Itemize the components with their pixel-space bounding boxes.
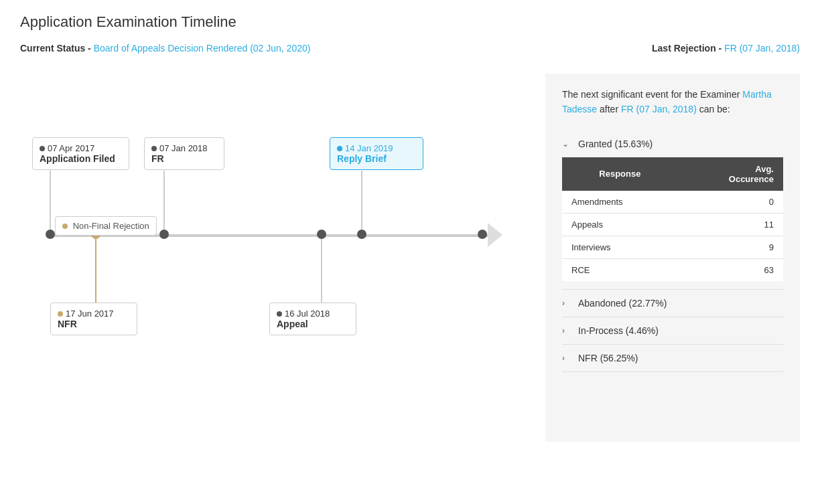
timeline-section: 07 Apr 2017 Application Filed 07 Jan 201… bbox=[20, 74, 545, 442]
accordion-in-process-header[interactable]: › In-Process (4.46%) bbox=[562, 325, 783, 336]
nfr-date: 17 Jun 2017 bbox=[58, 309, 130, 319]
node-fr bbox=[159, 230, 169, 239]
main-content: 07 Apr 2017 Application Filed 07 Jan 201… bbox=[20, 74, 800, 442]
nfr-name: NFR bbox=[58, 319, 130, 329]
accordion-in-process: › In-Process (4.46%) bbox=[562, 317, 783, 345]
row-rce-value: 63 bbox=[678, 258, 783, 281]
event-box-reply-brief: 14 Jan 2019 Reply Brief bbox=[330, 137, 423, 170]
accordion-nfr-label: NFR (56.25%) bbox=[578, 353, 638, 363]
table-row-interviews: Interviews 9 bbox=[562, 236, 783, 258]
col-header-avg: Avg.Occurence bbox=[678, 157, 783, 191]
reply-brief-date: 14 Jan 2019 bbox=[337, 143, 416, 153]
next-event-description: The next significant event for the Exami… bbox=[562, 87, 783, 117]
dot-tooltip-nfr bbox=[62, 224, 68, 229]
next-event-text-3: can be: bbox=[699, 104, 730, 114]
table-row-rce: RCE 63 bbox=[562, 258, 783, 281]
col-header-response: Response bbox=[562, 157, 678, 191]
node-last bbox=[478, 230, 487, 239]
event-box-app-filed: 07 Apr 2017 Application Filed bbox=[32, 137, 129, 170]
page-container: Application Examination Timeline Current… bbox=[0, 0, 820, 455]
event-box-nfr-bottom: 17 Jun 2017 NFR bbox=[50, 303, 137, 335]
fr-ref: FR (07 Jan, 2018) bbox=[621, 104, 697, 114]
accordion-abandoned-header[interactable]: › Abandoned (22.77%) bbox=[562, 298, 783, 309]
tooltip-nfr-text: Non-Final Rejection bbox=[73, 221, 149, 231]
accordion-nfr-outcome: › NFR (56.25%) bbox=[562, 345, 783, 372]
page-title: Application Examination Timeline bbox=[20, 13, 800, 31]
table-row-amendments: Amendments 0 bbox=[562, 191, 783, 214]
row-appeals-label: Appeals bbox=[562, 213, 678, 236]
table-row-appeals: Appeals 11 bbox=[562, 213, 783, 236]
accordion-granted-label: Granted (15.63%) bbox=[578, 139, 653, 149]
current-status-label: Current Status - bbox=[20, 43, 91, 54]
node-appeal bbox=[317, 230, 326, 239]
last-rejection: Last Rejection - FR (07 Jan, 2018) bbox=[652, 43, 800, 54]
accordion-granted: ⌄ Granted (15.63%) Response Avg.Occurenc… bbox=[562, 131, 783, 290]
vline-reply-brief bbox=[361, 171, 362, 234]
appeal-date: 16 Jul 2018 bbox=[277, 309, 349, 319]
status-row: Current Status - Board of Appeals Decisi… bbox=[20, 43, 800, 54]
vline-fr bbox=[163, 171, 165, 234]
next-event-text-2: after bbox=[600, 104, 621, 114]
row-appeals-value: 11 bbox=[678, 213, 783, 236]
row-amendments-value: 0 bbox=[678, 191, 783, 214]
dot-appeal bbox=[277, 311, 282, 317]
accordion-granted-header[interactable]: ⌄ Granted (15.63%) bbox=[562, 139, 783, 149]
current-status: Current Status - Board of Appeals Decisi… bbox=[20, 43, 310, 54]
dot-nfr-bottom bbox=[58, 311, 63, 317]
right-panel: The next significant event for the Exami… bbox=[545, 74, 800, 442]
dot-reply-brief bbox=[337, 146, 342, 151]
reply-brief-name: Reply Brief bbox=[337, 153, 416, 164]
current-status-value: Board of Appeals Decision Rendered (02 J… bbox=[94, 43, 311, 54]
dot-app-filed bbox=[40, 146, 45, 151]
event-box-fr: 07 Jan 2018 FR bbox=[144, 137, 224, 170]
app-filed-name: Application Filed bbox=[40, 153, 122, 164]
row-rce-label: RCE bbox=[562, 258, 678, 281]
chevron-right-icon-abandoned: › bbox=[562, 299, 571, 308]
next-event-text-1: The next significant event for the Exami… bbox=[562, 89, 742, 100]
chevron-right-icon-nfr: › bbox=[562, 353, 571, 363]
vline-app-filed bbox=[50, 171, 51, 234]
rejection-label: Last Rejection - bbox=[652, 43, 722, 54]
chevron-down-icon: ⌄ bbox=[562, 139, 571, 149]
timeline-area: 07 Apr 2017 Application Filed 07 Jan 201… bbox=[20, 94, 523, 415]
node-app-filed bbox=[46, 230, 55, 239]
accordion-abandoned-label: Abandoned (22.77%) bbox=[578, 298, 667, 309]
event-box-appeal: 16 Jul 2018 Appeal bbox=[269, 303, 356, 335]
accordion-in-process-label: In-Process (4.46%) bbox=[578, 325, 659, 336]
row-interviews-label: Interviews bbox=[562, 236, 678, 258]
vline-nfr-gold bbox=[95, 234, 96, 305]
row-amendments-label: Amendments bbox=[562, 191, 678, 214]
rejection-value: FR (07 Jan, 2018) bbox=[724, 43, 800, 54]
chevron-right-icon-in-process: › bbox=[562, 326, 571, 335]
timeline-arrow bbox=[488, 223, 502, 247]
accordion-abandoned: › Abandoned (22.77%) bbox=[562, 290, 783, 317]
node-reply-brief bbox=[357, 230, 366, 239]
row-interviews-value: 9 bbox=[678, 236, 783, 258]
appeal-name: Appeal bbox=[277, 319, 349, 329]
dot-fr bbox=[151, 146, 157, 151]
tooltip-nfr: Non-Final Rejection bbox=[55, 216, 157, 236]
app-filed-date: 07 Apr 2017 bbox=[40, 143, 122, 153]
accordion-nfr-header[interactable]: › NFR (56.25%) bbox=[562, 353, 783, 363]
fr-name: FR bbox=[151, 153, 217, 164]
response-table: Response Avg.Occurence Amendments 0 Appe… bbox=[562, 157, 783, 281]
fr-date: 07 Jan 2018 bbox=[151, 143, 217, 153]
vline-appeal bbox=[321, 234, 322, 305]
